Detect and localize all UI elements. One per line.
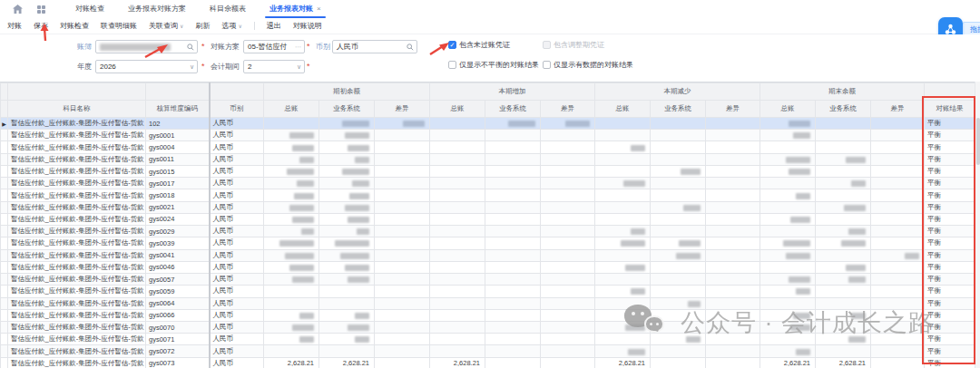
amount-cell[interactable] bbox=[430, 297, 485, 309]
amount-cell[interactable] bbox=[816, 178, 871, 189]
amount-cell[interactable] bbox=[595, 201, 651, 213]
amount-cell[interactable] bbox=[541, 321, 595, 333]
recon-result-cell[interactable]: 平衡 bbox=[925, 213, 975, 225]
currency-cell[interactable]: 人民币 bbox=[210, 261, 264, 273]
amount-cell[interactable] bbox=[760, 261, 816, 273]
amount-cell[interactable] bbox=[319, 237, 375, 249]
amount-cell[interactable] bbox=[485, 189, 541, 201]
amount-cell[interactable] bbox=[595, 118, 651, 130]
currency-cell[interactable]: 人民币 bbox=[210, 141, 264, 153]
amount-cell[interactable] bbox=[760, 118, 816, 130]
amount-cell[interactable] bbox=[706, 357, 760, 368]
amount-cell[interactable] bbox=[651, 141, 706, 153]
amount-cell[interactable] bbox=[319, 226, 375, 237]
amount-cell[interactable] bbox=[706, 261, 760, 273]
amount-cell[interactable] bbox=[264, 189, 319, 201]
amount-cell[interactable] bbox=[706, 321, 760, 333]
scrollbar-thumb[interactable] bbox=[976, 118, 980, 165]
amount-cell[interactable] bbox=[430, 321, 485, 333]
amount-cell[interactable] bbox=[485, 237, 541, 249]
amount-cell[interactable] bbox=[375, 226, 430, 237]
amount-cell[interactable] bbox=[706, 286, 760, 297]
amount-cell[interactable] bbox=[816, 237, 871, 249]
amount-cell[interactable] bbox=[375, 130, 430, 141]
amount-cell[interactable] bbox=[816, 321, 871, 333]
amount-cell[interactable] bbox=[651, 237, 706, 249]
amount-cell[interactable] bbox=[430, 201, 485, 213]
amount-cell[interactable] bbox=[541, 178, 595, 189]
amount-cell[interactable] bbox=[430, 309, 485, 321]
amount-cell[interactable] bbox=[816, 274, 871, 286]
amount-cell[interactable] bbox=[651, 297, 706, 309]
amount-cell[interactable] bbox=[760, 309, 816, 321]
amount-cell[interactable] bbox=[264, 130, 319, 141]
amount-cell[interactable] bbox=[485, 274, 541, 286]
amount-cell[interactable] bbox=[816, 213, 871, 225]
amount-cell[interactable] bbox=[319, 165, 375, 177]
amount-cell[interactable] bbox=[430, 345, 485, 357]
dimension-code-cell[interactable]: gys0039 bbox=[146, 237, 210, 249]
amount-cell[interactable] bbox=[871, 130, 925, 141]
amount-cell[interactable] bbox=[430, 226, 485, 237]
amount-cell[interactable] bbox=[319, 213, 375, 225]
recon-result-cell[interactable]: 平衡 bbox=[925, 130, 975, 141]
amount-cell[interactable] bbox=[264, 165, 319, 177]
amount-cell[interactable] bbox=[264, 153, 319, 165]
amount-cell[interactable] bbox=[541, 130, 595, 141]
subject-name-cell[interactable]: 暂估应付款_应付账款-集团外-应付暂估-货款 bbox=[8, 249, 146, 261]
amount-cell[interactable] bbox=[651, 274, 706, 286]
amount-cell[interactable] bbox=[485, 118, 541, 130]
amount-cell[interactable] bbox=[816, 165, 871, 177]
amount-cell[interactable] bbox=[485, 226, 541, 237]
amount-cell[interactable] bbox=[595, 165, 651, 177]
amount-cell[interactable] bbox=[375, 334, 430, 345]
amount-cell[interactable] bbox=[760, 249, 816, 261]
dimension-code-cell[interactable]: gys0072 bbox=[146, 345, 210, 357]
amount-cell[interactable] bbox=[816, 141, 871, 153]
dimension-code-cell[interactable]: gys0064 bbox=[146, 297, 210, 309]
amount-cell[interactable] bbox=[706, 309, 760, 321]
currency-cell[interactable]: 人民币 bbox=[210, 201, 264, 213]
amount-cell[interactable] bbox=[541, 237, 595, 249]
amount-cell[interactable] bbox=[760, 226, 816, 237]
amount-cell[interactable] bbox=[375, 189, 430, 201]
currency-cell[interactable]: 人民币 bbox=[210, 357, 264, 368]
amount-cell[interactable] bbox=[264, 334, 319, 345]
amount-cell[interactable] bbox=[264, 286, 319, 297]
subject-name-cell[interactable]: 暂估应付款_应付账款-集团外-应付暂估-货款 bbox=[8, 274, 146, 286]
amount-cell[interactable] bbox=[760, 130, 816, 141]
period-select[interactable]: 2 ∨ bbox=[243, 60, 305, 73]
subject-name-cell[interactable]: 暂估应付款_应付账款-集团外-应付暂估-货款 bbox=[8, 237, 146, 249]
amount-cell[interactable] bbox=[541, 286, 595, 297]
amount-cell[interactable] bbox=[651, 357, 706, 368]
amount-cell[interactable] bbox=[706, 345, 760, 357]
amount-cell[interactable] bbox=[706, 130, 760, 141]
amount-cell[interactable] bbox=[264, 178, 319, 189]
amount-cell[interactable] bbox=[651, 130, 706, 141]
account-book-input[interactable] bbox=[95, 40, 198, 53]
dimension-code-cell[interactable]: gys0066 bbox=[146, 309, 210, 321]
amount-cell[interactable] bbox=[595, 237, 651, 249]
amount-cell[interactable] bbox=[264, 226, 319, 237]
dimension-code-cell[interactable]: gys0017 bbox=[146, 178, 210, 189]
table-row[interactable]: 暂估应付款_应付账款-集团外-应付暂估-货款gys0059人民币平衡 bbox=[1, 286, 975, 297]
amount-cell[interactable] bbox=[541, 213, 595, 225]
amount-cell[interactable] bbox=[706, 189, 760, 201]
table-row[interactable]: 暂估应付款_应付账款-集团外-应付暂估-货款gys0021人民币平衡 bbox=[1, 201, 975, 213]
amount-cell[interactable] bbox=[871, 178, 925, 189]
amount-cell[interactable] bbox=[871, 309, 925, 321]
amount-cell[interactable] bbox=[760, 321, 816, 333]
amount-cell[interactable] bbox=[319, 345, 375, 357]
dimension-code-cell[interactable]: gys0057 bbox=[146, 274, 210, 286]
amount-cell[interactable] bbox=[871, 201, 925, 213]
amount-cell[interactable] bbox=[319, 189, 375, 201]
amount-cell[interactable] bbox=[760, 297, 816, 309]
currency-cell[interactable]: 人民币 bbox=[210, 297, 264, 309]
amount-cell[interactable] bbox=[651, 309, 706, 321]
amount-cell[interactable] bbox=[375, 357, 430, 368]
recon-result-cell[interactable]: 平衡 bbox=[925, 249, 975, 261]
amount-cell[interactable] bbox=[760, 334, 816, 345]
search-icon[interactable] bbox=[407, 41, 414, 53]
dimension-code-cell[interactable]: gys0046 bbox=[146, 261, 210, 273]
toolbar-button-2[interactable]: 对账检查 bbox=[60, 21, 89, 31]
